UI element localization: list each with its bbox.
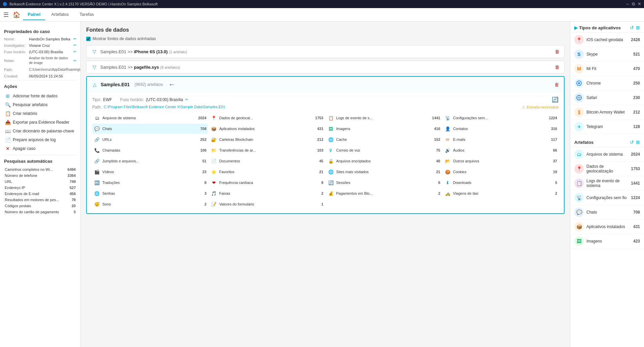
expand-app-types-button[interactable]: ⊞ [636,25,640,30]
action-delete-case[interactable]: ✕ Apagar caso [4,144,76,153]
artifact-arquivos-sistema[interactable]: 🗂 Arquivos de sistema 2024 [92,113,208,123]
artifact-favoritos[interactable]: ⭐ Favoritos 21 [209,167,325,177]
datasource-pagefile-label: Samples.E01 >> pagefile.sys (8 artefatos… [100,65,180,70]
auto-search-search-engines[interactable]: Resultados em motores de pes... 78 [4,197,76,203]
artifact-outros-arquivos[interactable]: 📂 Outros arquivos 37 [443,156,558,166]
artifact-imagens[interactable]: 🖼 Imagens 416 [326,124,442,134]
auto-search-postal[interactable]: Códigos postais 20 [4,203,76,209]
artifact-audios[interactable]: 🔊 Áudios 66 [443,145,558,155]
artifact-right-imagens[interactable]: 🖼 Imagens 423 [570,234,644,249]
close-button[interactable]: ✕ [638,1,641,7]
artifact-jumplists[interactable]: 🔗 Jumplists e arquivos... 51 [92,156,208,166]
artifact-name-33: Valores do formulário [219,202,311,206]
tab-painel[interactable]: Painel [23,9,45,20]
restore-button[interactable]: ⧉ [632,1,635,7]
artifact-right-chats[interactable]: 💬 Chats 708 [570,205,644,220]
artifact-emails[interactable]: ✉ E-mails 117 [443,134,558,145]
show-nested-checkbox[interactable] [86,37,91,41]
auto-search-ip[interactable]: Endereço IP 527 [4,185,76,191]
artifact-traducoes[interactable]: 🔤 Traduções 8 [92,178,208,188]
app-type-count-2: 470 [633,66,640,71]
delete-main-button[interactable]: 🗑 [554,82,559,87]
artifact-dados-geoloc[interactable]: 📍 Dados de geolocal... 1753 [209,113,325,123]
collapse-main-button[interactable]: △ [92,82,98,87]
artifact-right-apps-instalados[interactable]: 📦 Aplicativos instalados 431 [570,220,644,234]
mifit-icon: M [574,64,584,73]
artifact-sono[interactable]: 😴 Sono 2 [92,199,208,209]
app-type-mifit[interactable]: M Mi Fit 470 [570,62,644,76]
artifact-pagamentos-blo[interactable]: 💰 Pagamentos em Blo... 2 [326,188,442,198]
artifact-freq-cardiaca[interactable]: ❤ Frequência cardíaca 8 [209,178,325,188]
artifact-config-sem-fio[interactable]: 📡 Configurações sem... 1224 [443,113,558,123]
action-create-dict[interactable]: 📖 Criar dicionário de palavras-chave [4,127,76,135]
artifact-right-dados-geoloc[interactable]: 📍 Dados de geolocalização 1753 [570,162,644,176]
collapse-pagefile-button[interactable]: ▽ [91,64,98,70]
edit-timezone-button[interactable]: ✏ [73,50,76,54]
delete-iphone-button[interactable]: 🗑 [555,49,560,54]
tab-tarefas[interactable]: Tarefas [75,9,99,20]
app-type-chrome[interactable]: Chrome 250 [570,76,644,91]
auto-search-card[interactable]: Número do cartão de pagamento 5 [4,209,76,215]
action-export-evidence[interactable]: 📤 Exportar para Evidence Reader [4,118,76,127]
collapse-iphone-button[interactable]: ▽ [91,49,98,54]
sync-button[interactable]: 🔄 [552,96,558,103]
artifact-right-arquivos-sistema[interactable]: 🗂 Arquivos de sistema 2024 [570,147,644,162]
main-datasource-header[interactable]: △ Samples.E01 (9692) artefatos ← 🗑 [87,77,564,92]
artifact-encriptados[interactable]: 🔒 Arquivos encriptados 40 [326,156,442,166]
artifact-right-config-sem-fio[interactable]: 📡 Configurações sem fio 1224 [570,191,644,205]
edit-timezone-meta-button[interactable]: ✏ [185,97,188,102]
tab-artefatos[interactable]: Artefatos [46,9,73,20]
meta-timezone-label: Fuso horário: [120,97,144,102]
action-prepare-logs[interactable]: 📄 Prepare arquivos de log [4,135,76,144]
artifact-cache[interactable]: 🌐 Cache 152 [326,134,442,145]
app-type-bitcoin[interactable]: ₿ Bitcoin Armory Wallet 212 [570,105,644,120]
artifact-viagens-taxi[interactable]: 🚕 Viagens de táxi 2 [443,188,558,198]
auto-search-phone[interactable]: Número de telefone 3364 [4,172,76,179]
artifact-chats[interactable]: 💬 Chats 708 [92,124,208,134]
delete-pagefile-button[interactable]: 🗑 [555,64,560,70]
audios-icon: 🔊 [444,147,451,154]
artifact-count-3: 1224 [547,116,557,120]
edit-notes-button[interactable]: ✏ [73,59,76,63]
artifact-contatos[interactable]: 👤 Contatos 316 [443,124,558,134]
refresh-artifacts-button[interactable]: ↺ [630,139,634,145]
artifact-sessoes[interactable]: 🔄 Sessões 6 [326,178,442,188]
artifact-cookies[interactable]: 🍪 Cookies 19 [443,167,558,177]
artifact-valores-formulario[interactable]: 📝 Valores do formulário 1 [209,199,325,209]
artifact-sites-visitados[interactable]: 🌐 Sites mais visitados 21 [326,167,442,177]
artifact-senhas[interactable]: 🌐 Senhas 3 [92,188,208,198]
expand-artifacts-button[interactable]: ⊞ [636,139,640,145]
artifact-urls[interactable]: 🔗 URLs 252 [92,134,208,145]
artifact-correio-voz[interactable]: 🎙 Correio de voz 75 [326,145,442,155]
artifact-transferencias[interactable]: 📁 Transferências de ar... 103 [209,145,325,155]
artifact-documentos[interactable]: 📄 Documentos 45 [209,156,325,166]
artifact-logs-evento[interactable]: 📋 Logs de evento de s... 1441 [326,113,442,123]
artifact-videos[interactable]: 🎬 Vídeos 23 [92,167,208,177]
artifact-right-logs-evento[interactable]: 📋 Logs de evento de sistema 1441 [570,176,644,191]
action-create-report[interactable]: 📋 Criar relatório [4,109,76,118]
app-type-telegram[interactable]: ✈ Telegram 128 [570,120,644,134]
datasource-pagefile-header[interactable]: ▽ Samples.E01 >> pagefile.sys (8 artefat… [87,61,564,73]
artifact-downloads[interactable]: ⬇ Downloads 5 [443,178,558,188]
auto-search-full-paths[interactable]: Caminhos completos no Wi... 6494 [4,166,76,172]
artifact-carteiras[interactable]: 🔐 Carteiras Blockchain 212 [209,134,325,145]
minimize-button[interactable]: ─ [626,1,629,7]
auto-search-email[interactable]: Endereços de E-mail 456 [4,191,76,197]
action-add-datasource[interactable]: ⊞ Adicionar fonte de dados [4,92,76,100]
action-search-artifacts[interactable]: 🔍 Pesquisar artefatos [4,100,76,109]
edit-investigator-button[interactable]: ✏ [73,43,76,48]
refresh-app-types-button[interactable]: ↺ [630,25,634,30]
artifact-apps-instalados[interactable]: 📦 Aplicativos instalados 431 [209,124,325,134]
hamburger-menu[interactable]: ☰ [3,11,9,19]
artifact-faixas[interactable]: 🎵 Faixas 2 [209,188,325,198]
artifact-chamadas[interactable]: 📞 Chamadas 106 [92,145,208,155]
edit-name-button[interactable]: ✏ [73,37,76,41]
datasource-iphone-header[interactable]: ▽ Samples.E01 >> iPhone 6S (13.0) (1 art… [87,45,564,58]
home-button[interactable]: 🏠 [13,11,20,19]
app-type-ios-geodata[interactable]: 📍 iOS cached geodata 2428 [570,33,644,47]
app-type-safari[interactable]: Safari 230 [570,91,644,105]
artifact-count-23: 19 [547,170,557,174]
app-type-skype[interactable]: S Skype 521 [570,47,644,62]
jumplists-icon: 🔗 [94,158,100,164]
auto-search-url[interactable]: URL 749 [4,179,76,185]
